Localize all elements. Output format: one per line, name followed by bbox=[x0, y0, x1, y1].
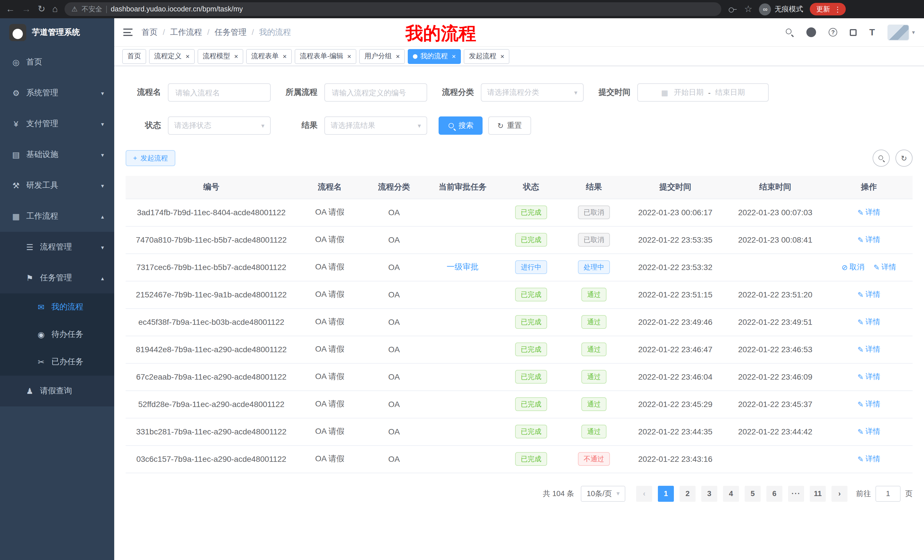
sidebar-menu-item[interactable]: ♟ 请假查询 bbox=[0, 376, 114, 406]
detail-button[interactable]: ✎ 详情 bbox=[858, 454, 880, 464]
breadcrumb-item[interactable]: 首页 bbox=[142, 27, 158, 37]
launch-process-button[interactable]: + 发起流程 bbox=[126, 150, 176, 166]
detail-button[interactable]: ✎ 详情 bbox=[873, 262, 896, 272]
result-select[interactable]: 请选择流结果 ▾ bbox=[324, 117, 427, 135]
page-button[interactable]: 11 bbox=[810, 485, 826, 502]
detail-button[interactable]: ✎ 详情 bbox=[858, 427, 880, 437]
process-def-input[interactable] bbox=[324, 83, 427, 102]
status-badge: 已完成 bbox=[515, 397, 547, 411]
help-icon[interactable]: ? bbox=[829, 28, 837, 36]
page-button[interactable]: 5 bbox=[745, 485, 760, 502]
close-icon[interactable]: × bbox=[396, 52, 400, 60]
view-tab[interactable]: 流程表单-编辑 × bbox=[295, 49, 356, 64]
close-icon[interactable]: × bbox=[347, 52, 351, 60]
font-size-icon[interactable]: T bbox=[869, 27, 875, 37]
status-select[interactable]: 请选择状态 ▾ bbox=[168, 117, 271, 135]
sidebar-menu-item[interactable]: ✉ 我的流程 bbox=[0, 293, 114, 321]
sidebar-menu-item[interactable]: ▦ 工作流程 ▴ bbox=[0, 201, 114, 232]
password-key-icon[interactable] bbox=[728, 4, 737, 14]
sidebar-menu-item[interactable]: ⚒ 研发工具 ▾ bbox=[0, 170, 114, 201]
refresh-table-button[interactable]: ↻ bbox=[896, 150, 913, 167]
forward-icon[interactable]: → bbox=[22, 4, 31, 14]
detail-button[interactable]: ✎ 详情 bbox=[858, 289, 880, 300]
hamburger-icon[interactable] bbox=[123, 28, 132, 36]
breadcrumb-item[interactable]: 任务管理 bbox=[202, 27, 247, 37]
submit-time-range-picker[interactable]: ▦ 开始日期 - 结束日期 bbox=[638, 83, 769, 102]
search-button[interactable]: 搜索 bbox=[439, 117, 483, 135]
close-icon[interactable]: × bbox=[452, 52, 456, 60]
category-select[interactable]: 请选择流程分类 ▾ bbox=[481, 83, 584, 102]
reload-icon[interactable]: ↻ bbox=[38, 4, 45, 14]
table-row[interactable]: 331bc281-7b9a-11ec-a290-acde48001122 OA … bbox=[126, 418, 913, 445]
reset-button[interactable]: ↻ 重置 bbox=[488, 117, 531, 135]
goto-page-input[interactable] bbox=[876, 485, 901, 502]
table-row[interactable]: ec45f38f-7b9a-11ec-b03b-acde48001122 OA … bbox=[126, 308, 913, 335]
avatar[interactable]: ▾ bbox=[888, 24, 915, 40]
cancel-button[interactable]: ⊘ 取消 bbox=[842, 262, 864, 272]
page-button[interactable]: 6 bbox=[766, 485, 782, 502]
page-button[interactable]: 2 bbox=[680, 485, 696, 502]
view-tab[interactable]: 用户分组 × bbox=[359, 49, 405, 64]
process-name-input[interactable] bbox=[168, 83, 271, 102]
app-logo[interactable]: 芋道管理系统 bbox=[0, 18, 114, 47]
sidebar-menu-item[interactable]: ⚙ 系统管理 ▾ bbox=[0, 78, 114, 108]
table-row[interactable]: 03c6c157-7b9a-11ec-a290-acde48001122 OA … bbox=[126, 445, 913, 473]
breadcrumb-item[interactable]: 我的流程 bbox=[247, 27, 291, 37]
page-button[interactable]: 3 bbox=[701, 485, 717, 502]
table-row[interactable]: 52ffd28e-7b9a-11ec-a290-acde48001122 OA … bbox=[126, 391, 913, 418]
view-tab[interactable]: 流程表单 × bbox=[246, 49, 292, 64]
close-icon[interactable]: × bbox=[186, 52, 190, 60]
sidebar-menu-item[interactable]: ✂ 已办任务 bbox=[0, 348, 114, 376]
view-tab[interactable]: 我的流程 × bbox=[408, 49, 461, 64]
cell-id: 7317cec6-7b9b-11ec-b5b7-acde48001122 bbox=[126, 253, 297, 281]
update-button[interactable]: 更新 ⋮ bbox=[810, 3, 846, 15]
table-row[interactable]: 7317cec6-7b9b-11ec-b5b7-acde48001122 OA … bbox=[126, 253, 913, 281]
view-tab[interactable]: 发起流程 × bbox=[464, 49, 509, 64]
app-title: 芋道管理系统 bbox=[32, 27, 80, 38]
page-button[interactable]: 1 bbox=[658, 485, 674, 502]
sidebar-menu-item[interactable]: ⚑ 任务管理 ▴ bbox=[0, 263, 114, 293]
detail-button[interactable]: ✎ 详情 bbox=[858, 317, 880, 327]
table-row[interactable]: 7470a810-7b9b-11ec-b5b7-acde48001122 OA … bbox=[126, 226, 913, 253]
fullscreen-icon[interactable] bbox=[850, 29, 856, 36]
bookmark-star-icon[interactable]: ☆ bbox=[744, 4, 752, 14]
page-button[interactable]: ··· bbox=[788, 485, 804, 502]
address-bar[interactable]: ⚠ 不安全 dashboard.yudao.iocoder.cn/bpm/tas… bbox=[64, 2, 721, 16]
table-row[interactable]: 3ad174fb-7b9d-11ec-8404-acde48001122 OA … bbox=[126, 199, 913, 226]
detail-button[interactable]: ✎ 详情 bbox=[858, 371, 880, 382]
sidebar-menu-item[interactable]: ▤ 基础设施 ▾ bbox=[0, 139, 114, 170]
github-icon[interactable] bbox=[806, 27, 816, 37]
view-tab[interactable]: 流程模型 × bbox=[198, 49, 243, 64]
current-task-link[interactable]: 一级审批 bbox=[447, 262, 478, 271]
cell-id: 2152467e-7b9b-11ec-9a1b-acde48001122 bbox=[126, 281, 297, 308]
page-button[interactable]: 4 bbox=[723, 485, 739, 502]
back-icon[interactable]: ← bbox=[6, 4, 15, 14]
process-category: OA bbox=[388, 427, 400, 436]
table-row[interactable]: 819442e8-7b9a-11ec-a290-acde48001122 OA … bbox=[126, 335, 913, 363]
kebab-menu-icon[interactable]: ⋮ bbox=[834, 5, 842, 13]
detail-button[interactable]: ✎ 详情 bbox=[858, 207, 880, 217]
table-row[interactable]: 67c2eaab-7b9a-11ec-a290-acde48001122 OA … bbox=[126, 363, 913, 391]
home-icon[interactable]: ⌂ bbox=[52, 4, 58, 14]
prev-page-button[interactable]: ‹ bbox=[636, 485, 652, 502]
view-tab[interactable]: 流程定义 × bbox=[149, 49, 195, 64]
close-icon[interactable]: × bbox=[234, 52, 238, 60]
view-tab[interactable]: 首页 × bbox=[122, 49, 146, 64]
detail-button[interactable]: ✎ 详情 bbox=[858, 235, 880, 245]
detail-button[interactable]: ✎ 详情 bbox=[858, 344, 880, 355]
breadcrumb-item[interactable]: 工作流程 bbox=[158, 27, 202, 37]
security-label[interactable]: 不安全 bbox=[82, 4, 102, 14]
table-row[interactable]: 2152467e-7b9b-11ec-9a1b-acde48001122 OA … bbox=[126, 281, 913, 308]
close-icon[interactable]: × bbox=[500, 52, 504, 60]
close-icon[interactable]: × bbox=[283, 52, 286, 60]
url-text[interactable]: dashboard.yudao.iocoder.cn/bpm/task/my bbox=[111, 5, 243, 13]
sidebar-menu-item[interactable]: ¥ 支付管理 ▾ bbox=[0, 108, 114, 139]
toggle-search-button[interactable] bbox=[873, 150, 890, 167]
sidebar-menu-item[interactable]: ◎ 首页 bbox=[0, 47, 114, 78]
detail-button[interactable]: ✎ 详情 bbox=[858, 399, 880, 409]
search-icon[interactable] bbox=[785, 28, 794, 36]
page-size-select[interactable]: 10条/页 ▾ bbox=[581, 485, 626, 502]
sidebar-menu-item[interactable]: ☰ 流程管理 ▾ bbox=[0, 232, 114, 263]
next-page-button[interactable]: › bbox=[831, 485, 848, 502]
sidebar-menu-item[interactable]: ◉ 待办任务 bbox=[0, 321, 114, 348]
